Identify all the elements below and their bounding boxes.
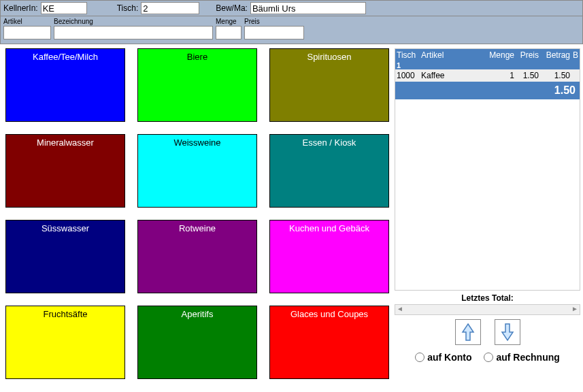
- bewma-label: Bew/Ma:: [216, 3, 248, 13]
- col-betrag: Betrag: [540, 50, 571, 60]
- category-button[interactable]: Spirituosen: [269, 48, 389, 122]
- filter-menge-input[interactable]: [216, 26, 241, 39]
- scroll-down-button[interactable]: [495, 319, 520, 345]
- filter-menge-label: Menge: [216, 18, 241, 25]
- horizontal-scrollbar[interactable]: [395, 304, 580, 315]
- cell-preis: 1.50: [516, 71, 540, 80]
- tisch-row: 1: [395, 61, 580, 69]
- bewma-input[interactable]: [250, 2, 366, 14]
- order-header: Tisch Artikel Menge Preis Betrag B: [395, 49, 580, 61]
- category-label: Kuchen und Gebäck: [270, 223, 388, 233]
- filter-preis-input[interactable]: [244, 26, 304, 39]
- cell-artikel-id: 1000: [395, 71, 420, 80]
- filter-preis-label: Preis: [244, 18, 304, 25]
- category-button[interactable]: Essen / Kiosk: [269, 134, 389, 208]
- filter-bez-input[interactable]: [54, 26, 213, 39]
- category-label: Spirituosen: [270, 52, 388, 62]
- cell-betrag: 1.50: [540, 71, 571, 80]
- category-button[interactable]: Glaces und Coupes: [269, 306, 389, 379]
- category-label: Aperitifs: [138, 309, 256, 319]
- category-button[interactable]: Kuchen und Gebäck: [269, 220, 389, 293]
- category-grid: Kaffee/Tee/MilchBiereSpirituosenMineralw…: [5, 48, 389, 379]
- radio-konto[interactable]: auf Konto: [415, 352, 471, 363]
- category-label: Fruchtsäfte: [6, 309, 124, 319]
- filter-artikel-input[interactable]: [3, 26, 51, 39]
- category-button[interactable]: Biere: [137, 48, 257, 122]
- cell-menge: 1: [486, 71, 516, 80]
- filter-bez-label: Bezeichnung: [54, 18, 213, 25]
- col-tisch: Tisch: [395, 50, 420, 60]
- cell-artikel-name: Kaffee: [420, 71, 486, 80]
- category-button[interactable]: Mineralwasser: [5, 134, 125, 208]
- category-button[interactable]: Fruchtsäfte: [5, 306, 125, 379]
- col-artikel: Artikel: [420, 50, 486, 60]
- tisch-input[interactable]: [141, 2, 199, 14]
- category-label: Süsswasser: [6, 223, 124, 233]
- kellner-input[interactable]: [41, 2, 87, 14]
- order-body: [395, 99, 580, 290]
- category-label: Kaffee/Tee/Milch: [6, 52, 124, 62]
- filter-artikel-label: Artikel: [3, 18, 51, 25]
- col-b: B: [571, 50, 580, 60]
- tisch-label: Tisch:: [117, 3, 139, 13]
- category-label: Mineralwasser: [6, 137, 124, 148]
- kellner-label: KellnerIn:: [3, 3, 38, 13]
- category-button[interactable]: Kaffee/Tee/Milch: [5, 48, 125, 122]
- scroll-up-button[interactable]: [455, 319, 481, 345]
- category-button[interactable]: Süsswasser: [5, 220, 125, 293]
- right-panel: Tisch Artikel Menge Preis Betrag B 1 100…: [395, 48, 580, 379]
- category-label: Rotweine: [138, 223, 256, 233]
- arrow-up-icon: [461, 323, 475, 342]
- order-table: Tisch Artikel Menge Preis Betrag B 1 100…: [395, 48, 580, 291]
- category-label: Glaces und Coupes: [270, 309, 388, 319]
- radio-rechnung[interactable]: auf Rechnung: [484, 352, 559, 363]
- category-label: Essen / Kiosk: [270, 137, 388, 148]
- arrow-down-icon: [501, 323, 514, 342]
- radio-konto-input[interactable]: [415, 353, 424, 362]
- header-bar: KellnerIn: Tisch: Bew/Ma:: [0, 0, 583, 16]
- letztes-total-label: Letztes Total:: [395, 293, 580, 303]
- total-row: 1.50: [395, 82, 580, 99]
- filter-bar: Artikel Bezeichnung Menge Preis: [0, 16, 583, 44]
- category-button[interactable]: Aperitifs: [137, 306, 257, 379]
- category-label: Weissweine: [138, 137, 256, 148]
- category-label: Biere: [138, 52, 256, 62]
- category-button[interactable]: Weissweine: [137, 134, 257, 208]
- category-button[interactable]: Rotweine: [137, 220, 257, 293]
- order-line[interactable]: 1000Kaffee11.501.50: [395, 69, 580, 82]
- col-menge: Menge: [486, 50, 516, 60]
- radio-rechnung-input[interactable]: [484, 353, 493, 362]
- col-preis: Preis: [516, 50, 540, 60]
